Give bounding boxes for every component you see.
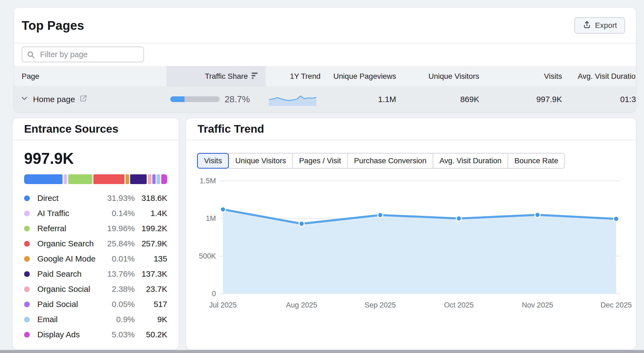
col-header-traffic-share[interactable]: Traffic Share: [166, 66, 266, 86]
legend-percent: 19.96%: [98, 224, 135, 233]
legend-dot-icon: [24, 195, 30, 201]
legend-percent: 2.38%: [98, 285, 135, 294]
svg-text:Oct 2025: Oct 2025: [444, 301, 474, 309]
tab-purchase-conversion[interactable]: Purchase Conversion: [347, 153, 433, 169]
svg-text:Aug 2025: Aug 2025: [286, 301, 317, 309]
export-button[interactable]: Export: [574, 17, 625, 34]
legend-percent: 5.03%: [98, 330, 135, 339]
filter-section: [14, 44, 636, 66]
tab-visits[interactable]: Visits: [197, 153, 229, 169]
legend-item-direct[interactable]: Direct31.93%318.6K: [13, 191, 179, 206]
legend-item-display-ads[interactable]: Display Ads5.03%50.2K: [13, 327, 179, 342]
col-header-visits[interactable]: Visits: [513, 66, 562, 86]
legend-dot-icon: [24, 271, 30, 277]
legend-label: Direct: [37, 194, 98, 203]
tab-unique-visitors[interactable]: Unique Visitors: [228, 153, 293, 169]
svg-text:0: 0: [212, 290, 216, 298]
traffic-trend-title: Traffic Trend: [198, 123, 264, 135]
legend-label: Organic Search: [37, 239, 98, 248]
legend-value: 23.7K: [135, 285, 167, 294]
legend-value: 135: [135, 254, 167, 263]
tab-pages-visit[interactable]: Pages / Visit: [292, 153, 348, 169]
legend-item-email[interactable]: Email0.9%9K: [13, 312, 179, 327]
external-link-icon[interactable]: [79, 94, 87, 104]
source-segment-google-ai-mode: [126, 174, 129, 184]
top-pages-header: Top Pages Export: [14, 8, 636, 44]
sort-descending-icon: [252, 73, 258, 80]
legend-label: AI Traffic: [37, 209, 98, 218]
entrance-sources-title: Entrance Sources: [24, 123, 119, 135]
legend-value: 9K: [135, 315, 167, 324]
avg-visit-duration-value: 01:31: [620, 86, 636, 112]
entrance-sources-legend: Direct31.93%318.6KAI Traffic0.14%1.4KRef…: [13, 191, 179, 342]
source-segment-paid-social: [152, 174, 156, 184]
traffic-trend-card: Traffic Trend VisitsUnique VisitorsPages…: [186, 118, 636, 349]
legend-item-referral[interactable]: Referral19.96%199.2K: [13, 221, 179, 236]
legend-value: 257.9K: [135, 239, 167, 248]
export-label: Export: [595, 21, 617, 30]
legend-item-ai-traffic[interactable]: AI Traffic0.14%1.4K: [13, 206, 179, 221]
entrance-sources-total: 997.9K: [13, 140, 179, 167]
legend-dot-icon: [24, 302, 30, 307]
tab-avg-visit-duration[interactable]: Avg. Visit Duration: [433, 153, 508, 169]
legend-item-paid-search[interactable]: Paid Search13.76%137.3K: [13, 266, 179, 282]
svg-text:Dec 2025: Dec 2025: [600, 301, 632, 309]
export-icon: [583, 20, 591, 31]
legend-label: Organic Social: [37, 285, 98, 294]
legend-percent: 0.14%: [98, 209, 135, 218]
table-row-home-page[interactable]: Home page 28.7% 1.1M 869K 997.9K 01:31: [14, 86, 636, 112]
col-header-page[interactable]: Page: [22, 66, 39, 86]
legend-value: 137.3K: [135, 269, 167, 279]
legend-percent: 31.93%: [98, 194, 135, 203]
source-segment-ai-traffic: [64, 174, 67, 184]
tab-bounce-rate[interactable]: Bounce Rate: [508, 153, 565, 169]
source-segment-organic-search: [93, 174, 124, 184]
legend-value: 1.4K: [135, 209, 167, 218]
traffic-share-bar: [170, 96, 220, 102]
metric-tabs: VisitsUnique VisitorsPages / VisitPurcha…: [197, 153, 565, 169]
source-segment-organic-social: [148, 174, 151, 184]
legend-dot-icon: [24, 226, 30, 231]
svg-text:Sep 2025: Sep 2025: [364, 301, 396, 309]
legend-item-organic-search[interactable]: Organic Search25.84%257.9K: [13, 236, 179, 251]
page-link-label[interactable]: Home page: [33, 95, 75, 104]
source-segment-email: [157, 174, 160, 184]
legend-item-paid-social[interactable]: Paid Social0.05%517: [13, 297, 179, 312]
legend-value: 517: [135, 300, 167, 309]
unique-visitors-value: 869K: [414, 86, 479, 112]
unique-pageviews-value: 1.1M: [328, 86, 396, 112]
legend-percent: 13.76%: [98, 269, 135, 279]
legend-percent: 25.84%: [98, 239, 135, 248]
legend-percent: 0.9%: [98, 315, 135, 324]
entrance-sources-stacked-bar: [24, 174, 167, 184]
svg-text:1M: 1M: [206, 214, 216, 223]
page-title: Top Pages: [22, 18, 84, 33]
svg-text:Jul 2025: Jul 2025: [209, 301, 237, 309]
legend-label: Referral: [37, 224, 98, 233]
source-segment-direct: [24, 174, 63, 184]
legend-label: Paid Search: [37, 269, 98, 279]
legend-dot-icon: [24, 256, 30, 262]
horizontal-scrollbar[interactable]: [0, 350, 644, 353]
legend-dot-icon: [24, 241, 30, 247]
col-header-unique-pageviews[interactable]: Unique Pageviews: [328, 66, 396, 86]
traffic-share-value: 28.7%: [225, 86, 250, 112]
legend-dot-icon: [24, 286, 30, 292]
svg-text:1.5M: 1.5M: [200, 177, 216, 185]
chevron-down-icon[interactable]: [20, 94, 29, 104]
filter-by-page-input[interactable]: [22, 47, 144, 62]
source-segment-display-ads: [161, 174, 167, 184]
legend-percent: 0.05%: [98, 300, 135, 309]
legend-label: Google AI Mode: [37, 254, 98, 263]
visits-value: 997.9K: [513, 86, 562, 112]
col-header-avg-visit-duration[interactable]: Avg. Visit Duration: [578, 66, 636, 86]
traffic-trend-chart: 0500K1M1.5MJul 2025Aug 2025Sep 2025Oct 2…: [186, 168, 636, 350]
legend-item-google-ai-mode[interactable]: Google AI Mode0.01%135: [13, 251, 179, 266]
col-header-unique-visitors[interactable]: Unique Visitors: [414, 66, 479, 86]
traffic-trend-header: Traffic Trend: [186, 118, 636, 140]
table-header-row: Page Traffic Share 1Y Trend Unique Pagev…: [14, 66, 636, 86]
legend-item-organic-social[interactable]: Organic Social2.38%23.7K: [13, 282, 179, 297]
legend-dot-icon: [24, 332, 30, 338]
legend-value: 199.2K: [135, 224, 167, 233]
legend-dot-icon: [24, 211, 30, 216]
